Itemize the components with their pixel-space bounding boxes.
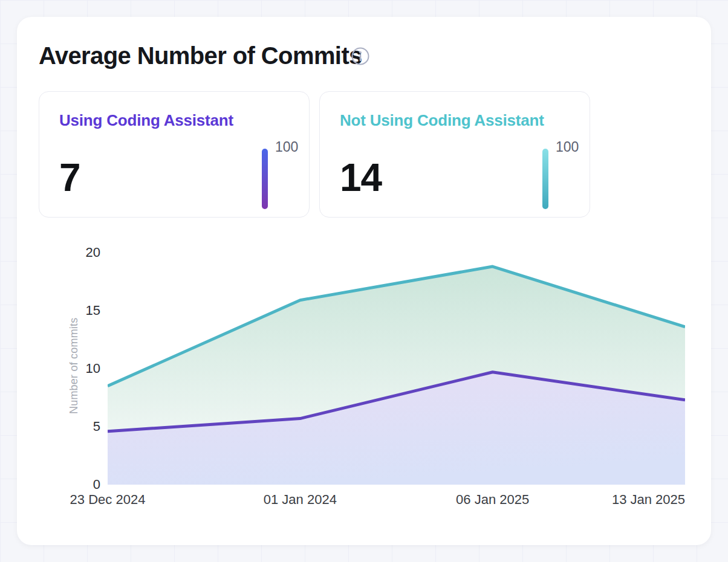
y-tick-label: 20 [52, 244, 100, 261]
y-tick-label: 5 [52, 418, 100, 435]
page-background: { "header": { "title": "Average Number o… [0, 0, 728, 562]
chart-svg [108, 253, 685, 485]
y-tick-label: 10 [52, 360, 100, 377]
stat-card-1: Not Using Coding Assistant 14 100 [319, 91, 590, 218]
stat-scale-max: 100 [275, 139, 317, 155]
stat-card-label: Using Coding Assistant [59, 111, 233, 130]
x-tick-label: 01 Jan 2024 [230, 491, 369, 509]
page-title: Average Number of Commits [39, 42, 362, 69]
stat-card-0: Using Coding Assistant 7 100 [39, 91, 310, 218]
stat-scale-max: 100 [556, 139, 598, 155]
info-icon[interactable] [351, 47, 370, 66]
x-tick-label: 06 Jan 2025 [423, 491, 562, 509]
stat-card-value: 7 [59, 158, 80, 197]
stat-card-value: 14 [340, 158, 382, 197]
x-tick-label: 13 Jan 2025 [546, 491, 685, 509]
y-tick-label: 15 [52, 302, 100, 319]
commits-panel: Average Number of Commits Using Coding A… [17, 17, 711, 545]
stat-card-label: Not Using Coding Assistant [340, 111, 544, 130]
stat-gradient-bar [262, 149, 268, 209]
x-tick-label: 23 Dec 2024 [38, 491, 177, 509]
stat-gradient-bar [542, 149, 548, 209]
